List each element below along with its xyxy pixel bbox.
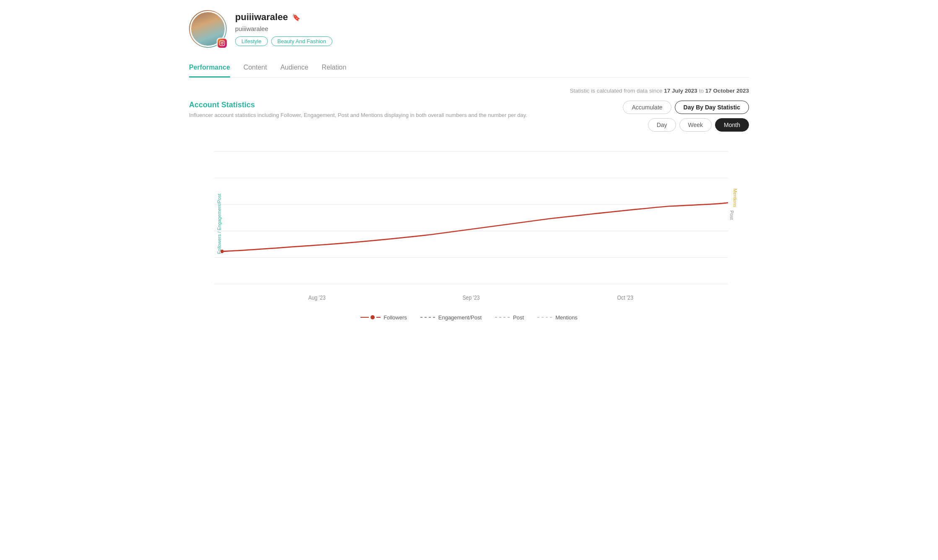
date-to: 17 October 2023 bbox=[705, 88, 749, 94]
legend-engagement: Engagement/Post bbox=[420, 314, 482, 321]
tab-relation[interactable]: Relation bbox=[322, 60, 347, 78]
y-axis-right-mentions-label: Mentions bbox=[733, 189, 738, 207]
legend-engagement-label: Engagement/Post bbox=[438, 314, 482, 321]
profile-name-row: puiiiwaralee 🔖 bbox=[235, 12, 332, 23]
chart-controls: Accumulate Day By Day Statistic Day Week… bbox=[623, 101, 749, 132]
date-from: 17 July 2023 bbox=[664, 88, 697, 94]
day-by-day-button[interactable]: Day By Day Statistic bbox=[675, 101, 749, 114]
page-container: puiiiwaralee 🔖 puiiiwaralee Lifestyle Be… bbox=[176, 0, 762, 331]
tab-performance[interactable]: Performance bbox=[189, 60, 230, 78]
stats-info-text: Statistic is calculated from data since … bbox=[570, 88, 749, 94]
svg-text:Oct '23: Oct '23 bbox=[617, 294, 633, 301]
tab-audience[interactable]: Audience bbox=[280, 60, 308, 78]
tag-beauty-fashion: Beauty And Fashion bbox=[271, 36, 332, 46]
section-heading: Account Statistics bbox=[189, 101, 527, 109]
legend-post-label: Post bbox=[513, 314, 524, 321]
profile-tags: Lifestyle Beauty And Fashion bbox=[235, 36, 332, 46]
stats-info-bar: Statistic is calculated from data since … bbox=[189, 88, 749, 94]
svg-rect-0 bbox=[220, 41, 225, 46]
svg-text:Sep '23: Sep '23 bbox=[462, 294, 479, 301]
legend-post: Post bbox=[495, 314, 524, 321]
chart-svg: 3,950 3,945 3,940 3,935 3,930 3,925 Aug … bbox=[214, 143, 728, 302]
profile-header: puiiiwaralee 🔖 puiiiwaralee Lifestyle Be… bbox=[189, 10, 749, 48]
chart-legend: Followers Engagement/Post Post Mentions bbox=[189, 314, 749, 321]
legend-followers-label: Followers bbox=[383, 314, 407, 321]
bookmark-icon[interactable]: 🔖 bbox=[292, 13, 301, 21]
week-button[interactable]: Week bbox=[679, 118, 712, 132]
tag-lifestyle: Lifestyle bbox=[235, 36, 268, 46]
svg-text:Aug '23: Aug '23 bbox=[308, 294, 326, 301]
y-axis-right-post-label: Post bbox=[729, 210, 734, 220]
instagram-badge bbox=[217, 38, 228, 49]
nav-tabs: Performance Content Audience Relation bbox=[189, 60, 749, 78]
mode-toggle-group: Accumulate Day By Day Statistic bbox=[623, 101, 749, 114]
accumulate-button[interactable]: Accumulate bbox=[623, 101, 671, 114]
profile-info: puiiiwaralee 🔖 puiiiwaralee Lifestyle Be… bbox=[235, 12, 332, 46]
svg-point-1 bbox=[221, 42, 223, 44]
legend-mentions: Mentions bbox=[537, 314, 578, 321]
profile-name: puiiiwaralee bbox=[235, 12, 288, 23]
tab-content[interactable]: Content bbox=[244, 60, 267, 78]
legend-followers: Followers bbox=[360, 314, 407, 321]
chart-container: Followers / Engagement/Post Post Mention… bbox=[189, 138, 749, 309]
month-button[interactable]: Month bbox=[715, 118, 749, 132]
chart-area: 3,950 3,945 3,940 3,935 3,930 3,925 Aug … bbox=[214, 143, 728, 302]
avatar bbox=[189, 10, 227, 48]
profile-handle: puiiiwaralee bbox=[235, 25, 332, 32]
svg-point-2 bbox=[223, 41, 224, 42]
section-description: Influencer account statistics including … bbox=[189, 112, 527, 118]
legend-mentions-label: Mentions bbox=[555, 314, 578, 321]
svg-point-18 bbox=[220, 249, 224, 253]
day-button[interactable]: Day bbox=[648, 118, 676, 132]
period-toggle-group: Day Week Month bbox=[648, 118, 749, 132]
section-info: Account Statistics Influencer account st… bbox=[189, 101, 527, 127]
